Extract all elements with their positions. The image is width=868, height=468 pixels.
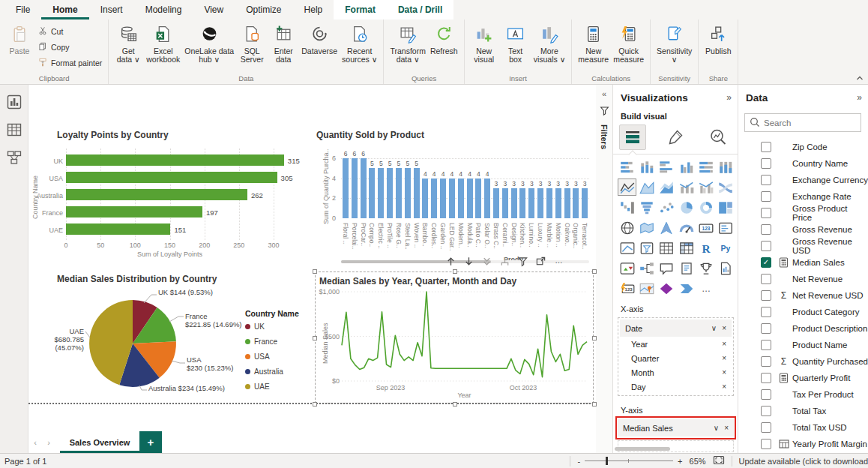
enter-data-button[interactable]: Enterdata	[268, 22, 299, 66]
new-visual-button[interactable]: Newvisual	[468, 22, 500, 66]
visual-kpi-icon[interactable]	[618, 239, 636, 256]
selection-handle[interactable]	[592, 269, 597, 274]
field-row-net-revenue-usd[interactable]: ΣNet Revenue USD	[738, 287, 868, 304]
page-tab-sales-overview[interactable]: Sales Overview	[60, 431, 139, 453]
legend-item-france[interactable]: France	[245, 338, 277, 346]
bar-patio-c[interactable]	[475, 178, 481, 218]
visual-table-icon[interactable]	[657, 239, 676, 256]
visual-ribbon-chart-icon[interactable]	[717, 178, 735, 196]
remove-field-icon[interactable]: ×	[722, 368, 726, 376]
field-row-gross-revenue-usd[interactable]: Gross Revenue USD	[738, 238, 868, 254]
field-row-product-category[interactable]: Product Category	[738, 304, 868, 320]
dataverse-button[interactable]: Dataverse	[299, 22, 340, 58]
chevron-down-icon[interactable]: ∨	[714, 424, 719, 432]
remove-field-icon[interactable]: ×	[722, 324, 726, 332]
sensitivity-button[interactable]: Sensitivity∨	[654, 22, 694, 66]
checkbox-yearly-profit-margin[interactable]	[761, 439, 771, 449]
visual-smart-narrative-icon[interactable]	[677, 260, 696, 277]
visual-gauge-icon[interactable]	[677, 219, 696, 236]
field-row-product-description[interactable]: Product Description	[738, 320, 868, 337]
collapse-visualizations-icon[interactable]: »	[726, 92, 732, 103]
tab-analytics[interactable]	[705, 124, 732, 150]
legend-item-usa[interactable]: USA	[245, 352, 270, 361]
field-pill-month[interactable]: Month×	[620, 365, 732, 380]
field-row-quantity-purchased[interactable]: ΣQuantity Purchased	[738, 353, 868, 370]
checkbox-quarterly-profit[interactable]	[761, 373, 771, 383]
visual-arcgis-map-icon[interactable]	[637, 280, 656, 297]
visual-key-influencers-icon[interactable]	[618, 260, 636, 277]
bar-protile[interactable]	[387, 168, 393, 218]
search-input[interactable]	[764, 118, 856, 128]
visual-line-and-clustered-column-chart-icon[interactable]	[696, 178, 715, 196]
previous-page-icon[interactable]: ‹	[28, 438, 42, 447]
bar-woven[interactable]	[414, 168, 420, 218]
bar-modern[interactable]	[458, 178, 464, 218]
remove-field-icon[interactable]: ×	[724, 424, 729, 432]
field-pill-year[interactable]: Year×	[620, 337, 732, 351]
remove-field-icon[interactable]: ×	[722, 340, 726, 348]
filter-icon[interactable]	[517, 256, 528, 267]
report-canvas[interactable]: Loyalty Points by Country Country Name S…	[28, 85, 596, 431]
visual-decomposition-tree-icon[interactable]	[637, 260, 656, 277]
bar-marble[interactable]	[546, 188, 552, 218]
field-row-tax-per-product[interactable]: Tax Per Product	[738, 386, 868, 403]
format-painter-button[interactable]: Format painter	[35, 56, 104, 70]
bar-motion[interactable]	[555, 188, 561, 218]
more-options-icon[interactable]: …	[553, 256, 564, 267]
checkbox-net-revenue-usd[interactable]	[761, 290, 771, 301]
visual-metrics-icon[interactable]	[696, 260, 715, 277]
focus-mode-icon[interactable]	[535, 256, 546, 267]
selection-handle[interactable]	[453, 269, 457, 274]
field-pill-quarter[interactable]: Quarter×	[620, 351, 732, 365]
field-pill-day[interactable]: Day×	[620, 380, 732, 394]
tab-home[interactable]: Home	[41, 0, 88, 20]
go-to-next-level-icon[interactable]	[481, 256, 492, 267]
text-box-button[interactable]: Textbox	[500, 22, 531, 66]
update-available-link[interactable]: Update available (click to download	[739, 457, 868, 466]
field-row-zip-code[interactable]: Zip Code	[738, 139, 868, 155]
field-pill-median-sales[interactable]: Median Sales∨×	[618, 419, 734, 436]
field-row-quarterly-profit[interactable]: Quarterly Profit	[738, 370, 868, 386]
tab-insert[interactable]: Insert	[89, 0, 134, 20]
visual-more-options-icon[interactable]: …	[696, 280, 715, 297]
model-view-icon[interactable]	[6, 149, 22, 166]
visual-treemap-icon[interactable]	[717, 199, 735, 216]
bar-uae[interactable]	[66, 224, 170, 235]
tab-optimize[interactable]: Optimize	[235, 0, 292, 20]
visual-power-apps-icon[interactable]	[657, 280, 676, 297]
field-row-gross-product-price[interactable]: Gross Product Price	[738, 205, 868, 221]
field-row-median-sales[interactable]: ✓Median Sales	[738, 254, 868, 271]
quick-measure-button[interactable]: Quickmeasure	[611, 22, 646, 66]
checkbox-exchange-currency[interactable]	[761, 175, 771, 185]
bar-australia[interactable]	[66, 189, 247, 200]
chevron-down-icon[interactable]: ∨	[711, 324, 717, 332]
fit-to-page-icon[interactable]	[713, 454, 725, 467]
checkbox-product-category[interactable]	[761, 307, 771, 317]
visualizations-scrollbar[interactable]	[615, 447, 670, 451]
transform-data-button[interactable]: Transformdata ∨	[388, 22, 427, 66]
visual-matrix-icon[interactable]	[677, 239, 696, 256]
sql-server-button[interactable]: SQLServer	[236, 22, 268, 66]
visual-loyalty-points-by-country[interactable]: Loyalty Points by Country Country Name S…	[30, 126, 311, 272]
visual-line-and-stacked-column-chart-icon[interactable]	[677, 178, 696, 196]
checkbox-product-name[interactable]	[761, 340, 771, 350]
zoom-slider-handle[interactable]	[606, 457, 608, 465]
visual-new-card-icon[interactable]: 123	[618, 280, 636, 297]
zoom-out-icon[interactable]: -	[577, 457, 580, 466]
checkbox-gross-revenue-usd[interactable]	[761, 241, 771, 251]
bar-electric[interactable]	[378, 168, 384, 218]
checkbox-product-description[interactable]	[761, 323, 771, 334]
cut-button[interactable]: Cut	[35, 25, 104, 38]
checkbox-tax-per-product[interactable]	[761, 389, 771, 400]
visual-multi-row-card-icon[interactable]	[717, 219, 735, 236]
bar-organic[interactable]	[573, 188, 579, 218]
bar-steel-la[interactable]	[405, 168, 411, 218]
checkbox-country-name[interactable]	[761, 158, 771, 169]
excel-workbook-button[interactable]: Excelworkbook	[144, 22, 182, 66]
new-measure-button[interactable]: Newmeasure	[576, 22, 611, 66]
checkbox-total-tax[interactable]	[761, 406, 771, 416]
selection-handle[interactable]	[313, 336, 317, 340]
field-row-net-revenue[interactable]: Net Revenue	[738, 271, 868, 287]
bar-modula[interactable]	[467, 178, 473, 218]
visual-slicer-icon[interactable]	[637, 239, 656, 256]
